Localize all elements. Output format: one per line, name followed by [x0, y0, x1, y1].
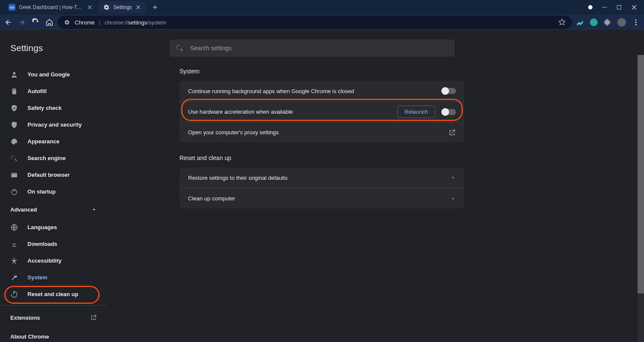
shield-check-icon: [10, 104, 18, 112]
profile-avatar[interactable]: [617, 18, 626, 27]
autofill-icon: [10, 88, 18, 95]
sidebar-item-label: Privacy and security: [27, 121, 82, 128]
browser-icon: [10, 171, 18, 179]
toolbar-right: [576, 18, 640, 27]
page-title: Settings: [0, 43, 107, 53]
sidebar-item-label: Downloads: [27, 241, 57, 247]
row-cleanup-computer[interactable]: Clean up computer: [179, 188, 465, 209]
svg-rect-19: [11, 173, 17, 174]
settings-sidebar: You and Google Autofill Safety check Pri…: [0, 60, 107, 342]
accessibility-icon: [10, 257, 18, 265]
row-background-apps: Continue running background apps when Go…: [179, 81, 465, 101]
svg-rect-7: [617, 6, 621, 9]
minimize-button[interactable]: [602, 5, 607, 10]
extensions-button[interactable]: [604, 18, 611, 26]
download-icon: [10, 240, 18, 248]
sidebar-item-safety-check[interactable]: Safety check: [0, 100, 107, 116]
sidebar-item-search-engine[interactable]: Search engine: [0, 150, 107, 166]
row-proxy-settings[interactable]: Open your computer's proxy settings: [179, 122, 465, 142]
svg-point-23: [14, 258, 15, 259]
settings-header: Settings Search settings: [0, 36, 644, 60]
toggle-background-apps[interactable]: [442, 88, 456, 94]
chevron-right-icon: [451, 196, 456, 201]
sidebar-item-you-and-google[interactable]: You and Google: [0, 66, 107, 83]
sidebar-item-label: System: [27, 274, 47, 281]
close-icon[interactable]: [87, 4, 93, 10]
sidebar-item-accessibility[interactable]: Accessibility: [0, 252, 107, 269]
menu-button[interactable]: [632, 18, 640, 26]
sidebar-advanced-toggle[interactable]: Advanced: [0, 200, 107, 219]
sidebar-item-downloads[interactable]: Downloads: [0, 236, 107, 252]
sidebar-item-languages[interactable]: Languages: [0, 219, 107, 236]
back-button[interactable]: [4, 18, 12, 26]
sidebar-item-reset[interactable]: Reset and clean up: [0, 286, 107, 303]
site-info-icon[interactable]: [64, 19, 70, 26]
scrollbar[interactable]: [638, 55, 644, 342]
close-window-button[interactable]: [631, 4, 637, 10]
globe-icon: [10, 224, 18, 231]
system-card: Continue running background apps when Go…: [179, 81, 465, 142]
sidebar-item-autofill[interactable]: Autofill: [0, 83, 107, 100]
section-heading-system: System: [179, 68, 644, 75]
section-heading-reset: Reset and clean up: [179, 154, 644, 161]
person-icon: [10, 71, 18, 79]
tab-title: Settings: [113, 4, 132, 10]
sidebar-item-label: Default browser: [27, 172, 70, 178]
scrollbar-thumb[interactable]: [638, 55, 644, 294]
home-button[interactable]: [46, 18, 53, 26]
row-label: Open your computer's proxy settings: [188, 129, 279, 136]
search-icon: [10, 154, 18, 162]
reload-button[interactable]: [32, 18, 39, 26]
sidebar-item-appearance[interactable]: Appearance: [0, 133, 107, 150]
search-icon: [176, 44, 184, 52]
wrench-icon: [10, 274, 18, 281]
toggle-hardware-accel[interactable]: [442, 109, 456, 115]
maximize-button[interactable]: [617, 5, 622, 10]
search-settings-input[interactable]: Search settings: [170, 39, 455, 57]
sidebar-extensions-link[interactable]: Extensions: [0, 308, 107, 327]
browser-tab-geek[interactable]: GD Geek Dashboard | How-To's, Sm: [3, 1, 98, 14]
row-restore-defaults[interactable]: Restore settings to their original defau…: [179, 167, 465, 188]
status-indicator-icon: [588, 5, 592, 9]
sidebar-item-label: Reset and clean up: [27, 291, 78, 297]
address-bar[interactable]: Chrome | chrome://settings/system: [58, 16, 572, 29]
row-label: Use hardware acceleration when available: [188, 109, 293, 115]
sidebar-about-link[interactable]: About Chrome: [0, 327, 107, 342]
sidebar-item-label: On startup: [27, 188, 56, 195]
close-icon[interactable]: [135, 4, 141, 10]
svg-rect-16: [12, 88, 16, 94]
bookmark-button[interactable]: [558, 18, 566, 26]
external-link-icon: [90, 314, 97, 321]
sidebar-item-label: About Chrome: [10, 333, 49, 340]
sidebar-item-label: You and Google: [27, 71, 70, 78]
chevron-up-icon: [91, 206, 97, 212]
sidebar-item-on-startup[interactable]: On startup: [0, 183, 107, 200]
external-link-icon: [448, 129, 456, 136]
browser-tab-settings[interactable]: Settings: [98, 1, 146, 14]
forward-button[interactable]: [18, 18, 26, 26]
extension-grammarly-icon[interactable]: [590, 18, 598, 26]
row-hardware-accel: Use hardware acceleration when available…: [179, 101, 465, 122]
extension-highlighter-icon[interactable]: [576, 18, 584, 26]
relaunch-button[interactable]: Relaunch: [397, 106, 435, 118]
window-controls: [588, 4, 644, 10]
favicon-gd-icon: GD: [9, 4, 15, 11]
sidebar-item-system[interactable]: System: [0, 269, 107, 286]
svg-point-13: [635, 22, 637, 23]
svg-point-14: [635, 24, 637, 25]
sidebar-advanced-label: Advanced: [10, 206, 37, 213]
url-text: chrome://settings/system: [105, 19, 167, 26]
window-titlebar: GD Geek Dashboard | How-To's, Sm Setting…: [0, 0, 644, 15]
sidebar-item-default-browser[interactable]: Default browser: [0, 166, 107, 183]
sidebar-item-label: Extensions: [10, 315, 40, 321]
search-placeholder: Search settings: [190, 45, 232, 51]
toolbar: Chrome | chrome://settings/system: [0, 15, 644, 30]
new-tab-button[interactable]: [149, 1, 161, 13]
sidebar-item-privacy[interactable]: Privacy and security: [0, 116, 107, 133]
power-icon: [10, 188, 18, 196]
palette-icon: [10, 138, 18, 145]
svg-rect-17: [13, 89, 15, 90]
reset-card: Restore settings to their original defau…: [179, 167, 465, 209]
row-label: Restore settings to their original defau…: [188, 175, 288, 181]
svg-point-11: [66, 21, 68, 23]
